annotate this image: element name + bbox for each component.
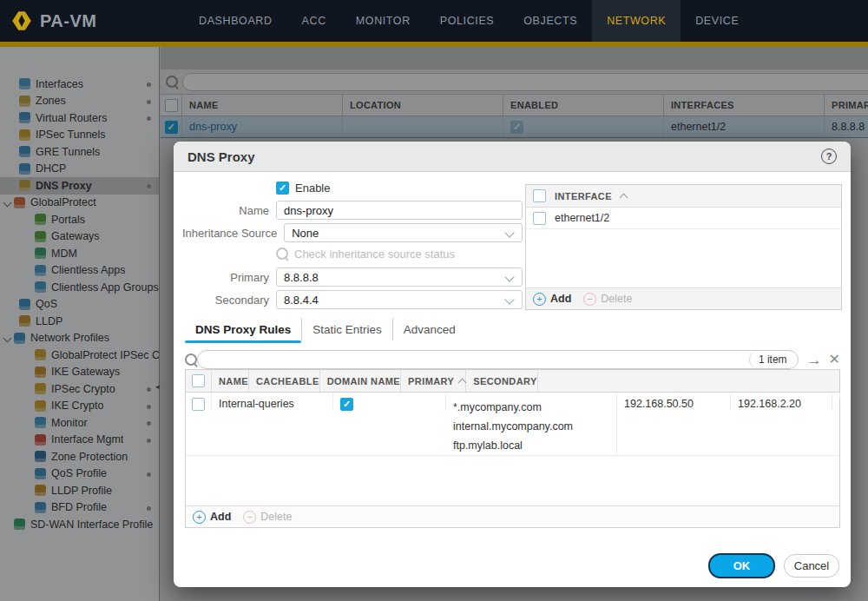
cacheable-checkbox[interactable] (340, 398, 353, 411)
dialog-tabs: DNS Proxy Rules Static Entries Advanced (185, 318, 466, 340)
help-icon[interactable]: ? (821, 149, 837, 164)
rule-name: Internal-queries (219, 398, 294, 410)
rules-rows: Internal-queries *.mycompany.cominternal… (186, 393, 839, 456)
rules-column-header[interactable]: DOMAIN NAME (320, 370, 401, 392)
interface-row[interactable]: ethernet1/2 (526, 208, 841, 229)
nav-tab-label: NETWORK (607, 15, 666, 27)
delete-interface-button[interactable]: − Delete (583, 293, 632, 306)
inheritance-row: Inheritance Source None (182, 223, 523, 242)
rules-search-input[interactable]: 1 item (197, 350, 799, 369)
item-count-badge: 1 item (749, 351, 798, 368)
interfaces-panel: INTERFACE ethernet1/2 + Add − (525, 184, 842, 310)
primary-label: Primary (182, 271, 269, 284)
secondary-select[interactable]: 8.8.4.4 (276, 290, 523, 309)
primary-select[interactable]: 8.8.8.8 (276, 267, 523, 287)
ok-button[interactable]: OK (708, 553, 775, 578)
enable-label: Enable (295, 182, 330, 195)
nav-tab-label: POLICIES (440, 15, 494, 27)
minus-circle-icon: − (243, 511, 256, 524)
plus-circle-icon: + (193, 511, 206, 524)
inheritance-source-select[interactable]: None (284, 223, 523, 242)
name-field[interactable] (276, 201, 523, 220)
search-icon (185, 353, 197, 366)
nav-tab[interactable]: NETWORK (592, 0, 681, 42)
interface-name: ethernet1/2 (555, 212, 609, 224)
add-rule-button[interactable]: + Add (193, 511, 231, 524)
rules-table-footer: + Add − Delete (186, 505, 839, 527)
dns-proxy-rules-table: NAME CACHEABLE DOMAIN NAME (185, 369, 840, 528)
clear-filter-icon[interactable]: ✕ (829, 353, 840, 367)
nav-tab-label: DEVICE (695, 15, 739, 27)
primary-row: Primary 8.8.8.8 (182, 267, 523, 287)
rule-row[interactable]: Internal-queries *.mycompany.cominternal… (186, 393, 839, 456)
plus-circle-icon: + (533, 293, 546, 306)
nav-tab[interactable]: POLICIES (425, 0, 509, 42)
dialog-tab[interactable]: DNS Proxy Rules (185, 318, 301, 340)
dialog-title: DNS Proxy (187, 149, 255, 164)
nav-tab[interactable]: DASHBOARD (184, 0, 287, 42)
sort-ascending-icon[interactable] (458, 378, 467, 386)
minus-circle-icon: − (583, 293, 596, 306)
rules-column-header[interactable]: NAME (212, 370, 249, 392)
enable-checkbox[interactable] (276, 182, 289, 195)
nav-tab-label: ACC (302, 15, 326, 27)
domain-entry: *.mycompany.com (453, 398, 573, 417)
apply-filter-arrow-icon[interactable]: → (807, 353, 822, 367)
add-interface-button[interactable]: + Add (533, 293, 571, 306)
secondary-label: Secondary (182, 294, 269, 307)
domain-entry: internal.mycompany.com (453, 417, 573, 436)
main-nav: DASHBOARD ACC MONITOR POLICIES OBJECTS (184, 0, 753, 42)
nav-tab[interactable]: OBJECTS (509, 0, 592, 42)
sort-ascending-icon[interactable] (619, 193, 628, 201)
nav-tab[interactable]: DEVICE (681, 0, 753, 42)
rule-secondary: 192.168.2.20 (738, 398, 801, 410)
check-inheritance-status-link[interactable]: Check inheritance source status (276, 248, 455, 261)
rules-column-header[interactable]: SECONDARY (466, 370, 537, 392)
chevron-down-icon (504, 228, 514, 237)
pan-logo-icon (10, 10, 33, 32)
enable-row: Enable (182, 180, 523, 195)
dialog-tab[interactable]: Advanced (392, 318, 466, 340)
secondary-row: Secondary 8.8.4.4 (182, 290, 523, 309)
interface-row-checkbox[interactable] (533, 212, 546, 225)
check-status-row: Check inheritance source status (182, 247, 523, 261)
rules-column-header[interactable]: CACHEABLE (249, 370, 320, 392)
interface-panel-footer: + Add − Delete (526, 287, 841, 309)
app-window: PA-VM DASHBOARD ACC MONITOR POLICIES (0, 0, 868, 601)
rules-column-header[interactable]: PRIMARY (401, 370, 466, 392)
interface-rows: ethernet1/2 (526, 208, 841, 229)
brand[interactable]: PA-VM (0, 10, 96, 32)
nav-tab-label: MONITOR (356, 15, 411, 27)
dialog-tab[interactable]: Static Entries (301, 318, 392, 340)
select-all-rules-checkbox[interactable] (192, 374, 205, 387)
rules-header-row: NAME CACHEABLE DOMAIN NAME (186, 370, 839, 393)
chevron-down-icon (504, 272, 514, 281)
domain-entry: ftp.mylab.local (453, 436, 573, 455)
dialog-title-bar: DNS Proxy ? (174, 142, 851, 172)
search-icon (276, 248, 288, 260)
nav-tab[interactable]: MONITOR (341, 0, 425, 42)
inheritance-source-label: Inheritance Source (182, 227, 277, 240)
interface-table-header: INTERFACE (526, 185, 841, 208)
brand-name: PA-VM (40, 11, 96, 31)
nav-tab-label: DASHBOARD (199, 15, 273, 27)
delete-rule-button[interactable]: − Delete (243, 511, 292, 524)
domain-list: *.mycompany.cominternal.mycompany.comftp… (453, 398, 573, 455)
chevron-down-icon (504, 294, 514, 304)
rules-search-bar: 1 item → ✕ (185, 350, 840, 369)
nav-tab[interactable]: ACC (287, 0, 341, 42)
interface-column-header[interactable]: INTERFACE (555, 191, 612, 201)
nav-tab-label: OBJECTS (523, 15, 577, 27)
cancel-button[interactable]: Cancel (784, 554, 839, 578)
top-navbar: PA-VM DASHBOARD ACC MONITOR POLICIES (0, 0, 868, 42)
rule-primary: 192.168.50.50 (624, 398, 694, 410)
name-label: Name (182, 204, 269, 217)
dns-proxy-form: Enable Name Inheritance Source None Chec… (182, 180, 523, 313)
name-row: Name (182, 201, 523, 220)
rule-select-checkbox[interactable] (192, 398, 205, 411)
dns-proxy-dialog: DNS Proxy ? Enable Name Inheritance Sour… (174, 142, 851, 587)
select-all-interfaces-checkbox[interactable] (533, 189, 546, 202)
